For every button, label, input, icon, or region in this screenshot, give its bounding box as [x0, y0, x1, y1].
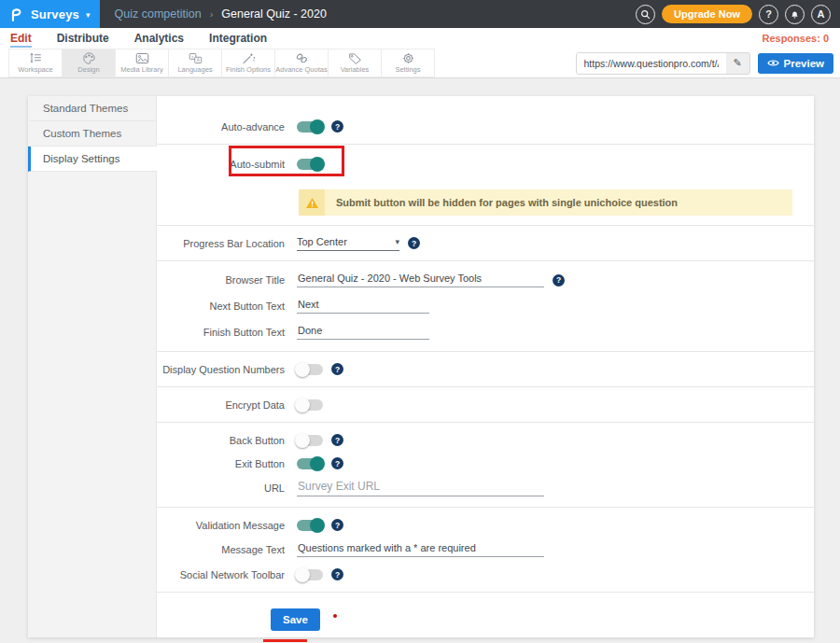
encrypt-data-label: Encrypt Data [157, 399, 297, 411]
tab-distribute[interactable]: Distribute [57, 30, 109, 48]
social-network-toolbar-row: Social Network Toolbar ? [157, 563, 814, 586]
help-icon[interactable]: ? [331, 434, 343, 446]
validation-message-toggle[interactable] [297, 520, 323, 531]
validation-message-row: Validation Message ? [157, 513, 814, 537]
help-icon[interactable]: ? [331, 120, 343, 133]
page-background: Standard Themes Custom Themes Display Se… [0, 78, 840, 643]
help-icon[interactable]: ? [331, 457, 343, 469]
toolbar-item-advance-quotas[interactable]: Advance Quotas [274, 49, 329, 77]
surveys-menu[interactable]: Surveys ▾ [0, 0, 100, 28]
notifications-button[interactable] [785, 5, 805, 24]
save-button[interactable]: Save [271, 608, 320, 631]
auto-submit-row: Auto-submit [157, 150, 814, 178]
exit-url-row: URL [157, 475, 814, 501]
avatar[interactable]: A [811, 5, 831, 24]
edit-url-icon[interactable]: ✎ [726, 57, 749, 69]
magic-wand-icon [242, 52, 256, 64]
help-button[interactable]: ? [759, 5, 778, 24]
toolbar-item-variables[interactable]: Variables [328, 49, 382, 77]
auto-submit-toggle[interactable] [297, 159, 323, 170]
progress-bar-location-label: Progress Bar Location [157, 238, 297, 249]
divider [157, 225, 814, 226]
sidebar-item-standard-themes[interactable]: Standard Themes [28, 96, 156, 121]
divider [157, 386, 814, 387]
toolbar-label: Languages [177, 65, 212, 74]
exit-button-label: Exit Button [157, 458, 297, 469]
chevron-down-icon: ▾ [395, 237, 399, 246]
survey-url-field: ✎ [576, 52, 750, 75]
next-button-text-row: Next Button Text [157, 293, 814, 319]
auto-advance-row: Auto-advance ? [157, 115, 814, 138]
tab-analytics[interactable]: Analytics [134, 30, 184, 48]
back-button-toggle[interactable] [297, 435, 323, 446]
tab-edit[interactable]: Edit [10, 30, 32, 48]
encrypt-data-toggle[interactable] [297, 399, 323, 411]
help-icon[interactable]: ? [408, 237, 420, 249]
questionpro-logo-icon [8, 7, 24, 22]
workspace-icon [29, 52, 43, 64]
sidebar-item-custom-themes[interactable]: Custom Themes [28, 121, 156, 147]
toolbar-label: Workspace [18, 65, 52, 74]
next-button-text-label: Next Button Text [157, 301, 297, 312]
divider [157, 351, 814, 352]
display-question-numbers-toggle[interactable] [297, 364, 323, 375]
breadcrumb-folder[interactable]: Quiz competition [115, 7, 202, 21]
toolbar-item-finish-options[interactable]: Finish Options [221, 49, 275, 77]
help-icon[interactable]: ? [331, 519, 343, 531]
finish-button-text-input[interactable] [297, 325, 429, 340]
svg-text:x: x [191, 54, 194, 59]
message-text-input[interactable] [297, 542, 544, 557]
warning-triangle-icon [305, 197, 319, 209]
responses-count[interactable]: Responses: 0 [762, 33, 840, 44]
divider [157, 592, 814, 593]
social-network-toolbar-toggle[interactable] [297, 569, 323, 580]
divider [157, 507, 814, 508]
auto-submit-label: Auto-submit [157, 159, 297, 170]
breadcrumb-separator: › [210, 8, 214, 20]
toolbar-label: Advance Quotas [275, 65, 327, 74]
toolbar-item-languages[interactable]: x A Languages [168, 49, 222, 77]
back-button-label: Back Button [157, 435, 297, 446]
header-actions: Upgrade Now ? A [636, 5, 840, 24]
toolbar-label: Settings [395, 65, 420, 74]
help-icon[interactable]: ? [553, 274, 565, 287]
display-question-numbers-row: Display Question Numbers ? [157, 357, 814, 381]
exit-button-toggle[interactable] [297, 458, 323, 469]
toolbar-item-settings[interactable]: Settings [381, 49, 435, 77]
upgrade-now-button[interactable]: Upgrade Now [662, 5, 752, 23]
preview-button[interactable]: Preview [758, 53, 833, 74]
toolbar-item-workspace[interactable]: Workspace [8, 49, 63, 77]
social-network-toolbar-label: Social Network Toolbar [157, 569, 297, 580]
toolbar-item-design[interactable]: Design [62, 49, 116, 77]
preview-label: Preview [784, 58, 824, 69]
sidebar-item-display-settings[interactable]: Display Settings [28, 147, 157, 172]
tag-icon [348, 52, 362, 64]
help-icon[interactable]: ? [331, 363, 343, 375]
top-bar: Surveys ▾ Quiz competition › General Qui… [0, 0, 840, 28]
toolbar-label: Finish Options [226, 65, 271, 74]
encrypt-data-row: Encrypt Data [157, 393, 814, 416]
warning-icon-area [299, 189, 325, 216]
progress-bar-location-select[interactable]: Top Center ▾ [297, 236, 399, 251]
eye-icon [767, 59, 779, 67]
auto-advance-toggle[interactable] [297, 121, 323, 133]
display-question-numbers-label: Display Question Numbers [157, 364, 297, 375]
exit-url-label: URL [157, 482, 297, 494]
chain-links-icon [295, 52, 309, 64]
search-button[interactable] [636, 5, 655, 24]
survey-url-input[interactable] [577, 53, 726, 74]
divider [157, 422, 814, 423]
toolbar-item-media-library[interactable]: Media Library [115, 49, 169, 77]
browser-title-input[interactable] [297, 273, 544, 287]
back-button-row: Back Button ? [157, 428, 814, 452]
tab-integration[interactable]: Integration [209, 30, 267, 48]
next-button-text-input[interactable] [297, 299, 429, 314]
toolbar-label: Variables [341, 65, 370, 74]
help-icon[interactable]: ? [331, 568, 343, 580]
breadcrumb: Quiz competition › General Quiz - 2020 [115, 7, 327, 21]
translate-icon: x A [189, 52, 203, 64]
validation-message-label: Validation Message [157, 520, 297, 531]
display-settings-form: Auto-advance ? Auto-submit [157, 96, 814, 637]
exit-url-input[interactable] [297, 480, 544, 496]
save-row: Save [157, 604, 814, 636]
